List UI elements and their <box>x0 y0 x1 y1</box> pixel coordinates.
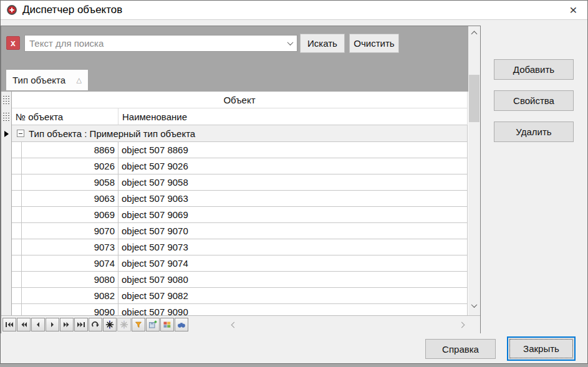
find-binoculars-icon-button[interactable] <box>175 318 188 331</box>
indicator-cell <box>1 108 12 125</box>
save-layout-icon-button[interactable] <box>146 318 160 331</box>
table-row[interactable]: 9082object 507 9082 <box>1 288 468 304</box>
object-manager-dialog: Диспетчер объектов × x Искать Очистить Т… <box>0 0 588 364</box>
group-row[interactable]: Тип объекта : Примерный тип объекта <box>1 125 468 142</box>
cell-object-name[interactable]: object 507 9082 <box>118 288 468 304</box>
filter-icon-button[interactable] <box>132 318 145 331</box>
row-indicator <box>1 304 12 315</box>
delete-button[interactable]: Удалить <box>494 122 574 142</box>
column-header-row: № объекта Наименование <box>1 108 468 125</box>
cell-object-number[interactable]: 9073 <box>22 239 118 255</box>
group-indent <box>12 255 22 272</box>
column-header-number[interactable]: № объекта <box>12 108 118 125</box>
cell-object-number[interactable]: 9058 <box>22 174 118 191</box>
table-row[interactable]: 9063object 507 9063 <box>1 191 468 207</box>
cell-object-number[interactable]: 8869 <box>22 142 118 158</box>
indicator-cell <box>1 92 12 108</box>
cell-object-name[interactable]: object 507 9073 <box>118 239 468 255</box>
column-header-name[interactable]: Наименование <box>118 108 468 125</box>
table-row[interactable]: 8869object 507 8869 <box>1 142 468 158</box>
row-indicator <box>1 272 12 288</box>
cell-object-name[interactable]: object 507 9063 <box>118 191 468 207</box>
append-record-button[interactable] <box>103 318 117 331</box>
cell-object-name[interactable]: object 507 9074 <box>118 255 468 272</box>
cell-object-name[interactable]: object 507 9080 <box>118 272 468 288</box>
row-indicator <box>1 174 12 191</box>
clear-search-icon[interactable]: x <box>6 36 20 50</box>
cell-object-number[interactable]: 9070 <box>22 223 118 239</box>
row-indicator <box>1 191 12 207</box>
group-indent <box>12 142 22 158</box>
row-indicator <box>1 288 12 304</box>
group-indent <box>12 191 22 207</box>
search-panel: x Искать Очистить Тип объекта △ <box>1 26 468 92</box>
band-header[interactable]: Объект <box>12 92 468 108</box>
table-row[interactable]: 9073object 507 9073 <box>1 239 468 255</box>
nav-next-button[interactable] <box>46 318 59 331</box>
append-record-disabled-button <box>117 318 131 331</box>
row-indicator <box>1 158 12 174</box>
cell-object-name[interactable]: object 507 9026 <box>118 158 468 174</box>
scroll-up-icon[interactable] <box>468 29 480 39</box>
properties-button[interactable]: Свойства <box>494 90 574 111</box>
cell-object-number[interactable]: 9026 <box>22 158 118 174</box>
cell-object-number[interactable]: 9080 <box>22 272 118 288</box>
cell-object-name[interactable]: object 507 9058 <box>118 174 468 191</box>
group-indent <box>12 223 22 239</box>
table-row[interactable]: 9090object 507 9090 <box>1 304 468 315</box>
search-button[interactable]: Искать <box>300 34 345 53</box>
cell-object-number[interactable]: 9082 <box>22 288 118 304</box>
row-indicator <box>1 255 12 272</box>
group-indent <box>12 174 22 191</box>
table-row[interactable]: 9080object 507 9080 <box>1 272 468 288</box>
group-indent <box>12 288 22 304</box>
nav-prior-page-button[interactable] <box>17 318 31 331</box>
focused-row-arrow-icon <box>4 131 9 137</box>
cell-object-number[interactable]: 9074 <box>22 255 118 272</box>
table-row[interactable]: 9026object 507 9026 <box>1 158 468 174</box>
vertical-scroll-thumb[interactable] <box>469 75 480 122</box>
cell-object-name[interactable]: object 507 9090 <box>118 304 468 315</box>
nav-prior-button[interactable] <box>31 318 45 331</box>
row-indicator <box>1 239 12 255</box>
group-row-cell[interactable]: Тип объекта : Примерный тип объекта <box>12 125 468 142</box>
layout-icon-button[interactable] <box>160 318 174 331</box>
chevron-down-icon[interactable] <box>283 36 297 51</box>
cell-object-name[interactable]: object 507 9070 <box>118 223 468 239</box>
collapse-group-icon[interactable] <box>17 130 24 137</box>
table-row[interactable]: 9070object 507 9070 <box>1 223 468 239</box>
table-rows: 8869object 507 88699026object 507 902690… <box>1 142 468 315</box>
scroll-down-icon[interactable] <box>468 300 480 311</box>
nav-next-page-button[interactable] <box>60 318 74 331</box>
cell-object-number[interactable]: 9063 <box>22 191 118 207</box>
close-icon[interactable]: × <box>559 1 587 19</box>
table-row[interactable]: 9074object 507 9074 <box>1 255 468 272</box>
search-combobox <box>24 35 297 52</box>
scroll-right-icon[interactable] <box>459 322 465 328</box>
group-by-label: Тип объекта <box>12 75 65 85</box>
refresh-button[interactable] <box>89 318 102 331</box>
objects-table: Объект № объекта Наименование Тип объект… <box>1 92 468 315</box>
group-indent <box>12 304 22 315</box>
cell-object-name[interactable]: object 507 8869 <box>118 142 468 158</box>
table-row[interactable]: 9058object 507 9058 <box>1 174 468 191</box>
add-button[interactable]: Добавить <box>494 59 574 80</box>
row-indicator <box>1 223 12 239</box>
row-indicator-icon <box>3 113 9 121</box>
scroll-left-icon[interactable] <box>231 322 238 328</box>
vertical-scrollbar[interactable] <box>468 26 480 315</box>
help-button[interactable]: Справка <box>425 339 496 359</box>
close-button[interactable]: Закрыть <box>507 336 576 361</box>
clear-button[interactable]: Очистить <box>349 34 399 53</box>
search-input[interactable] <box>25 38 283 49</box>
group-by-chip[interactable]: Тип объекта △ <box>6 70 88 90</box>
group-row-label: Тип объекта : Примерный тип объекта <box>29 128 195 139</box>
table-row[interactable]: 9069object 507 9069 <box>1 207 468 223</box>
cell-object-name[interactable]: object 507 9069 <box>118 207 468 223</box>
cell-object-number[interactable]: 9090 <box>22 304 118 315</box>
focused-row-indicator <box>1 125 12 142</box>
horizontal-scrollbar[interactable] <box>223 318 470 331</box>
cell-object-number[interactable]: 9069 <box>22 207 118 223</box>
nav-first-button[interactable] <box>2 318 16 331</box>
nav-last-button[interactable] <box>74 318 88 331</box>
